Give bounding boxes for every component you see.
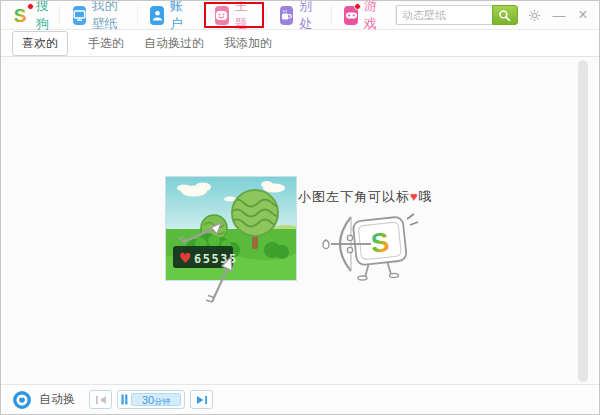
- doodle-arrow-icon: [177, 220, 223, 246]
- tab-games[interactable]: 游戏: [331, 1, 395, 30]
- notification-dot: [354, 3, 361, 10]
- interval-value: 30: [142, 394, 154, 406]
- minimize-button[interactable]: —: [552, 8, 566, 22]
- close-button[interactable]: ×: [576, 8, 590, 22]
- skip-next-icon: [196, 395, 208, 405]
- previous-wallpaper-button[interactable]: [89, 390, 112, 409]
- search-input[interactable]: [396, 5, 492, 25]
- logo-label: 搜狗: [36, 0, 49, 33]
- hint-suffix: 哦: [419, 189, 433, 204]
- subtab-liked[interactable]: 喜欢的: [12, 31, 68, 56]
- gamepad-icon: [344, 6, 358, 25]
- subtab-my-added[interactable]: 我添加的: [224, 35, 272, 52]
- tab-label: 游戏: [364, 0, 382, 33]
- tab-label: 我的壁纸: [92, 0, 124, 33]
- doodle-arrow-icon: [203, 255, 239, 307]
- magnifier-icon: [498, 9, 511, 22]
- skip-previous-icon: [95, 395, 107, 405]
- interval-progress-bar: 30分钟: [131, 393, 181, 406]
- heart-icon: ♥: [410, 189, 419, 204]
- tab-elsewhere[interactable]: 别处: [267, 1, 331, 30]
- tab-label: 别处: [299, 0, 317, 33]
- svg-text:S: S: [14, 5, 27, 26]
- tab-account[interactable]: 账户: [137, 1, 201, 30]
- coffee-cup-icon: [280, 6, 294, 25]
- auto-change-icon: [12, 390, 32, 410]
- auto-change-label: 自动换: [39, 391, 75, 408]
- sogou-s-icon: S: [9, 4, 31, 26]
- sub-tab-bar: 喜欢的 手选的 自动换过的 我添加的: [1, 30, 599, 56]
- interval-control[interactable]: 30分钟: [117, 390, 185, 409]
- tab-theme[interactable]: 主题: [202, 1, 266, 30]
- notification-dot: [27, 3, 34, 10]
- main-area: ♥ 65535 小图左下角可以标♥哦: [1, 56, 599, 384]
- next-wallpaper-button[interactable]: [190, 390, 213, 409]
- app-window: S 搜狗 我的壁纸: [0, 0, 600, 415]
- theme-face-icon: [215, 6, 229, 25]
- cupid-monitor-doodle: S: [319, 211, 419, 283]
- pause-icon: [121, 394, 128, 405]
- window-controls: — ×: [528, 8, 590, 22]
- top-tab-bar: S 搜狗 我的壁纸: [1, 1, 599, 30]
- playback-bar: 自动换 30分钟: [1, 384, 599, 414]
- monitor-icon: [73, 6, 86, 25]
- settings-gear-icon[interactable]: [528, 8, 542, 22]
- hint-text: 小图左下角可以标♥哦: [298, 188, 433, 206]
- search-button[interactable]: [492, 5, 518, 25]
- auto-change-toggle[interactable]: 自动换: [12, 390, 75, 410]
- subtab-hand-picked[interactable]: 手选的: [88, 35, 124, 52]
- person-icon: [150, 6, 164, 25]
- hint-prefix: 小图左下角可以标: [298, 189, 410, 204]
- tab-label: 账户: [170, 0, 188, 33]
- tab-my-wallpapers[interactable]: 我的壁纸: [60, 1, 137, 30]
- svg-text:S: S: [369, 227, 390, 259]
- scrollbar[interactable]: [578, 60, 588, 382]
- svg-text:♥: ♥: [179, 250, 192, 266]
- tab-label: 主题: [235, 0, 253, 33]
- sogou-logo[interactable]: S 搜狗: [1, 0, 59, 33]
- interval-unit: 分钟: [154, 396, 170, 407]
- search-box: [396, 5, 518, 25]
- subtab-auto-changed[interactable]: 自动换过的: [144, 35, 204, 52]
